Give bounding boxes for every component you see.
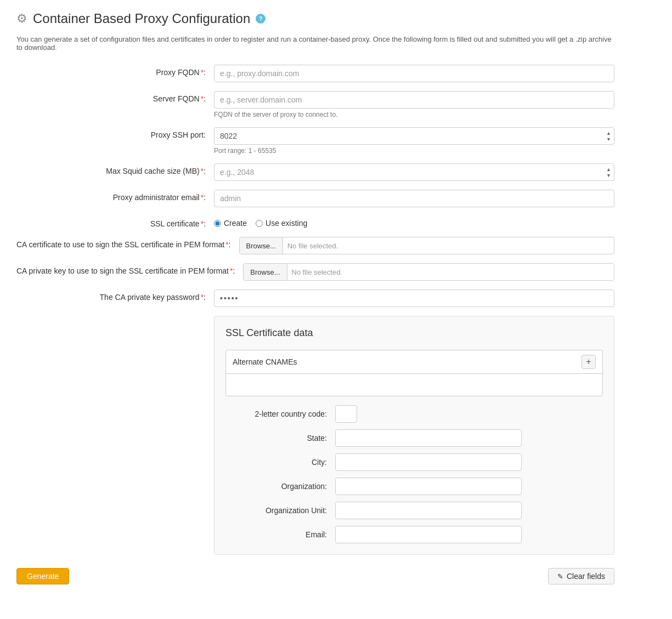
- ca-private-key-pem-group: CA private key to use to sign the SSL ce…: [16, 263, 614, 281]
- ca-private-key-password-group: The CA private key password*:: [16, 289, 614, 307]
- max-squid-cache-wrap: ▲ ▼: [214, 163, 614, 181]
- proxy-fqdn-input[interactable]: [214, 65, 614, 82]
- ssl-certificate-wrap: Create Use existing: [214, 216, 614, 228]
- generate-button[interactable]: Generate: [16, 568, 69, 584]
- max-squid-cache-group: Max Squid cache size (MB)*: ▲ ▼: [16, 163, 614, 181]
- ssl-create-option[interactable]: Create: [214, 219, 247, 228]
- proxy-ssh-port-label: Proxy SSH port:: [16, 127, 214, 139]
- proxy-admin-email-input[interactable]: [214, 190, 614, 207]
- proxy-fqdn-wrap: [214, 65, 614, 82]
- ssl-existing-label: Use existing: [266, 219, 307, 228]
- footer-actions: Generate ✎ Clear fields: [16, 568, 614, 584]
- organization-input-wrap: [335, 478, 522, 495]
- organization-label: Organization:: [225, 482, 335, 491]
- ca-cert-pem-wrap: Browse... No file selected.: [239, 237, 614, 254]
- email-label: Email:: [225, 530, 335, 539]
- city-label: City:: [225, 458, 335, 467]
- max-squid-number-wrap: ▲ ▼: [214, 163, 614, 181]
- country-code-label: 2-letter country code:: [225, 410, 335, 418]
- pencil-icon: ✎: [557, 572, 563, 581]
- state-input-wrap: [335, 429, 522, 447]
- ssl-certificate-radio-group: Create Use existing: [214, 216, 614, 228]
- city-input-wrap: [335, 453, 522, 471]
- ca-private-key-password-wrap: [214, 289, 614, 307]
- ssl-existing-radio[interactable]: [256, 220, 263, 227]
- page-title: Container Based Proxy Configuration: [33, 11, 250, 26]
- alternate-cnames-box: Alternate CNAMEs +: [225, 350, 603, 396]
- proxy-ssh-port-wrap: ▲ ▼ Port range: 1 - 65535: [214, 127, 614, 155]
- ca-private-key-pem-wrap: Browse... No file selected.: [243, 263, 614, 281]
- server-fqdn-wrap: FQDN of the server of proxy to connect t…: [214, 91, 614, 118]
- server-fqdn-help: FQDN of the server of proxy to connect t…: [214, 111, 614, 118]
- proxy-fqdn-group: Proxy FQDN*:: [16, 65, 614, 82]
- state-input[interactable]: [335, 429, 522, 447]
- organization-unit-row: Organization Unit:: [225, 502, 603, 519]
- ssl-existing-option[interactable]: Use existing: [256, 219, 307, 228]
- organization-unit-input-wrap: [335, 502, 522, 519]
- city-input[interactable]: [335, 453, 522, 471]
- ca-cert-pem-browse-button[interactable]: Browse...: [240, 237, 283, 254]
- country-code-row: 2-letter country code:: [225, 405, 603, 423]
- organization-unit-label: Organization Unit:: [225, 506, 335, 515]
- gear-icon: ⚙: [16, 12, 27, 26]
- proxy-admin-email-wrap: [214, 190, 614, 207]
- organization-input[interactable]: [335, 478, 522, 495]
- ca-cert-pem-filename: No file selected.: [283, 242, 343, 250]
- proxy-fqdn-required: *: [201, 68, 204, 77]
- proxy-fqdn-label: Proxy FQDN*:: [16, 65, 214, 77]
- ca-private-key-pem-label: CA private key to use to sign the SSL ce…: [16, 263, 243, 275]
- server-fqdn-input[interactable]: [214, 91, 614, 109]
- country-code-input-wrap: [335, 405, 522, 423]
- clear-fields-button[interactable]: ✎ Clear fields: [548, 568, 614, 584]
- ssl-certificate-group: SSL certificate*: Create Use existing: [16, 216, 614, 228]
- proxy-admin-email-label: Proxy administrator email*:: [16, 190, 214, 202]
- proxy-ssh-port-group: Proxy SSH port: ▲ ▼ Port range: 1 - 6553…: [16, 127, 614, 155]
- squid-spinner[interactable]: ▲ ▼: [606, 167, 611, 178]
- server-fqdn-group: Server FQDN*: FQDN of the server of prox…: [16, 91, 614, 118]
- clear-fields-label: Clear fields: [567, 572, 605, 581]
- ssl-inner-form: 2-letter country code: State: City:: [225, 405, 603, 543]
- ssl-section-title: SSL Certificate data: [225, 327, 603, 339]
- ssl-create-radio[interactable]: [214, 220, 221, 227]
- ssl-label-col: [16, 316, 214, 555]
- email-input-wrap: [335, 526, 522, 543]
- ssl-cert-section: SSL Certificate data Alternate CNAMEs + …: [214, 316, 614, 555]
- ca-cert-pem-group: CA certificate to use to sign the SSL ce…: [16, 237, 614, 254]
- ssl-section-wrap: SSL Certificate data Alternate CNAMEs + …: [16, 316, 614, 555]
- page-description: You can generate a set of configuration …: [16, 35, 614, 52]
- cnames-body: [226, 374, 602, 396]
- ca-private-key-pem-file-wrap: Browse... No file selected.: [243, 263, 614, 281]
- ssl-certificate-label: SSL certificate*:: [16, 216, 214, 228]
- ca-private-key-pem-browse-button[interactable]: Browse...: [244, 264, 287, 280]
- server-fqdn-label: Server FQDN*:: [16, 91, 214, 103]
- proxy-ssh-port-input[interactable]: [214, 127, 614, 145]
- max-squid-cache-input[interactable]: [214, 163, 614, 181]
- ssl-create-label: Create: [224, 219, 247, 228]
- country-code-input[interactable]: [335, 405, 357, 423]
- city-row: City:: [225, 453, 603, 471]
- ca-cert-pem-label: CA certificate to use to sign the SSL ce…: [16, 237, 239, 249]
- max-squid-cache-label: Max Squid cache size (MB)*:: [16, 163, 214, 175]
- page-header: ⚙ Container Based Proxy Configuration ?: [16, 11, 656, 26]
- ca-private-key-password-input[interactable]: [214, 289, 614, 307]
- ca-private-key-password-label: The CA private key password*:: [16, 289, 214, 302]
- proxy-admin-email-group: Proxy administrator email*:: [16, 190, 614, 207]
- cnames-title: Alternate CNAMEs: [233, 357, 297, 366]
- ca-cert-pem-file-wrap: Browse... No file selected.: [239, 237, 614, 254]
- email-input[interactable]: [335, 526, 522, 543]
- state-row: State:: [225, 429, 603, 447]
- add-cname-button[interactable]: +: [581, 355, 596, 369]
- help-icon[interactable]: ?: [256, 14, 266, 24]
- state-label: State:: [225, 434, 335, 442]
- proxy-ssh-port-number-wrap: ▲ ▼: [214, 127, 614, 145]
- organization-row: Organization:: [225, 478, 603, 495]
- port-spinner[interactable]: ▲ ▼: [606, 130, 611, 142]
- proxy-ssh-port-help: Port range: 1 - 65535: [214, 147, 614, 155]
- ca-private-key-pem-filename: No file selected.: [287, 268, 347, 276]
- cnames-header: Alternate CNAMEs +: [226, 350, 602, 374]
- email-row: Email:: [225, 526, 603, 543]
- organization-unit-input[interactable]: [335, 502, 522, 519]
